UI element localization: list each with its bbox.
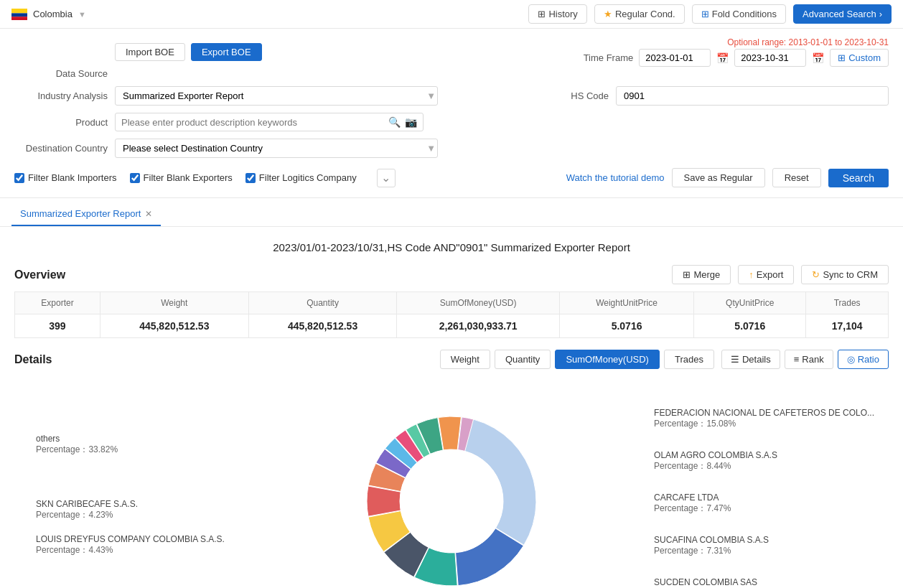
product-input[interactable] (121, 117, 384, 128)
view-rank-button[interactable]: ≡ Rank (785, 350, 833, 369)
view-details-button[interactable]: ☰ Details (721, 350, 780, 369)
top-actions: ⊞ History ★ Regular Cond. ⊞ Fold Conditi… (528, 4, 892, 24)
td-trades: 17,104 (806, 314, 889, 338)
image-search-icon[interactable]: 🔍 (388, 116, 401, 128)
td-qty-unit: 5.0716 (694, 314, 806, 338)
overview-section: Overview ⊞ Merge ↑ Export ↻ Sync to CRM … (0, 265, 903, 350)
stats-table: Exporter Weight Quantity SumOfMoney(USD)… (14, 291, 889, 338)
chart-labels-left: others Percentage：33.82% SKN CARIBECAFE … (36, 434, 225, 569)
reset-button[interactable]: Reset (772, 168, 821, 187)
hs-code-section: HS Code (558, 86, 889, 106)
product-input-wrapper: 🔍 📷 (115, 113, 424, 131)
export-icon: ↑ (749, 269, 754, 280)
th-qty-unit: QtyUnitPrice (694, 292, 806, 314)
history-button[interactable]: ⊞ History (528, 4, 586, 24)
data-source-label: Data Source (14, 68, 108, 79)
sync-icon: ↻ (812, 269, 820, 280)
merge-button[interactable]: ⊞ Merge (672, 265, 731, 284)
label-federacion: FEDERACION NACIONAL DE CAFETEROS DE COLO… (654, 408, 874, 430)
product-label: Product (14, 117, 108, 128)
overview-actions: ⊞ Merge ↑ Export ↻ Sync to CRM (672, 265, 889, 284)
filter-blank-exporters-check[interactable]: Filter Blank Exporters (130, 172, 233, 183)
th-exporter: Exporter (15, 292, 100, 314)
td-weight: 445,820,512.53 (100, 314, 248, 338)
product-row: Product 🔍 📷 (14, 113, 889, 131)
donut-chart (337, 386, 566, 588)
overview-title: Overview (14, 269, 65, 281)
search-button[interactable]: Search (828, 169, 889, 187)
th-quantity: Quantity (248, 292, 397, 314)
filter-logistics-company-check[interactable]: Filter Logitics Company (245, 172, 357, 183)
th-weight-unit: WeightUnitPrice (559, 292, 693, 314)
custom-button[interactable]: ⊞ Custom (830, 49, 889, 67)
view-ratio-button[interactable]: ◎ Ratio (838, 350, 889, 369)
tab-trades[interactable]: Trades (664, 350, 714, 369)
advanced-search-button[interactable]: Advanced Search › (793, 4, 892, 24)
data-source-row: Data Source (14, 68, 889, 79)
svg-rect-2 (11, 17, 27, 20)
country-selector[interactable]: Colombia ▼ (11, 9, 86, 20)
chart-labels-right: FEDERACION NACIONAL DE CAFETEROS DE COLO… (654, 408, 874, 588)
td-weight-unit: 5.0716 (559, 314, 693, 338)
hs-code-input[interactable] (616, 86, 889, 106)
detail-tabs: Weight Quantity SumOfMoney(USD) Trades (440, 350, 714, 369)
save-as-regular-button[interactable]: Save as Regular (672, 168, 765, 187)
filter-blank-importers-check[interactable]: Filter Blank Importers (14, 172, 117, 183)
svg-rect-0 (11, 9, 27, 13)
td-exporter: 399 (15, 314, 100, 338)
industry-analysis-select[interactable]: Summarized Exporter Report (115, 86, 438, 106)
th-trades: Trades (806, 292, 889, 314)
tab-quantity[interactable]: Quantity (495, 350, 551, 369)
collapse-button[interactable]: ⌄ (377, 169, 396, 187)
label-skn: SKN CARIBECAFE S.A.S. Percentage：4.23% (36, 499, 225, 521)
tab-sum-money[interactable]: SumOfMoney(USD) (555, 350, 660, 369)
stats-header-row: Exporter Weight Quantity SumOfMoney(USD)… (15, 292, 889, 314)
timeframe-section: Time Frame 📅 📅 ⊞ Custom (584, 49, 889, 67)
regular-cond-button[interactable]: ★ Regular Cond. (594, 4, 685, 24)
camera-icon[interactable]: 📷 (405, 116, 417, 128)
destination-country-select[interactable]: Please select Destination Country (115, 139, 438, 158)
country-chevron-icon[interactable]: ▼ (78, 10, 86, 19)
filter-actions: Watch the tutorial demo Save as Regular … (566, 168, 889, 187)
tab-summarized-exporter-report[interactable]: Summarized Exporter Report ✕ (11, 204, 161, 226)
tutorial-link[interactable]: Watch the tutorial demo (566, 172, 665, 183)
filter-checkboxes: Filter Blank Importers Filter Blank Expo… (14, 169, 396, 187)
colombia-flag (11, 9, 27, 20)
view-buttons: ☰ Details ≡ Rank ◎ Ratio (721, 350, 889, 369)
export-button[interactable]: ↑ Export (738, 265, 794, 284)
tab-weight[interactable]: Weight (440, 350, 490, 369)
filter-bottom: Filter Blank Importers Filter Blank Expo… (14, 165, 889, 190)
merge-icon: ⊞ (683, 269, 691, 280)
destination-country-row: Destination Country Please select Destin… (14, 139, 889, 158)
overview-header: Overview ⊞ Merge ↑ Export ↻ Sync to CRM (14, 265, 889, 284)
details-section: Details Weight Quantity SumOfMoney(USD) … (0, 350, 903, 588)
custom-icon: ⊞ (838, 52, 846, 63)
stats-data-row: 399 445,820,512.53 445,820,512.53 2,261,… (15, 314, 889, 338)
td-quantity: 445,820,512.53 (248, 314, 397, 338)
optional-range: Optional range: 2013-01-01 to 2023-10-31 (727, 37, 889, 47)
history-icon: ⊞ (538, 9, 546, 19)
chart-area: others Percentage：33.82% SKN CARIBECAFE … (14, 379, 889, 588)
sync-crm-button[interactable]: ↻ Sync to CRM (801, 265, 889, 284)
fold-conditions-button[interactable]: ⊞ Fold Conditions (692, 4, 786, 24)
destination-country-label: Destination Country (14, 143, 108, 154)
details-table-icon: ☰ (731, 354, 739, 365)
date-from-input[interactable] (639, 49, 711, 67)
calendar-to-icon[interactable]: 📅 (812, 52, 824, 64)
report-title: 2023/01/01-2023/10/31,HS Code AND"0901" … (0, 227, 903, 265)
import-boe-btn[interactable]: Import BOE (115, 43, 185, 61)
fold-icon: ⊞ (701, 9, 709, 19)
donut-svg (337, 386, 566, 588)
export-boe-btn[interactable]: Export BOE (191, 43, 262, 61)
th-sum-money: SumOfMoney(USD) (397, 292, 559, 314)
tabs-bar: Summarized Exporter Report ✕ (0, 198, 903, 227)
label-sucafina: SUCAFINA COLOMBIA S.A.S Percentage：7.31% (654, 535, 874, 557)
tab-close-icon[interactable]: ✕ (145, 209, 152, 219)
label-carcafe: CARCAFE LTDA Percentage：7.47% (654, 493, 874, 515)
label-sucden: SUCDEN COLOMBIA SAS Percentage：5.87% (654, 577, 874, 588)
chevron-right-icon: › (879, 9, 882, 19)
calendar-from-icon[interactable]: 📅 (716, 52, 729, 64)
svg-point-4 (400, 449, 503, 553)
date-to-input[interactable] (734, 49, 806, 67)
rank-icon: ≡ (794, 354, 800, 365)
